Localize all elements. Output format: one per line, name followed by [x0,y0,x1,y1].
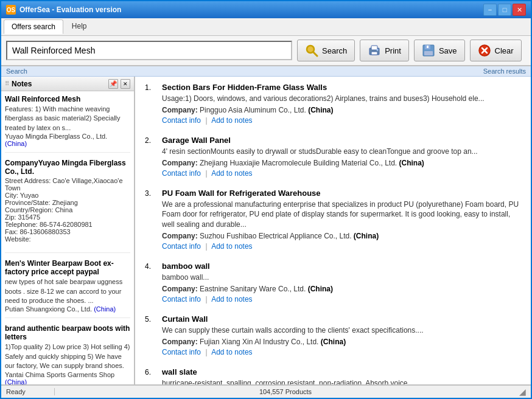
result-title[interactable]: Curtain Wall [162,314,521,324]
result-title[interactable]: bamboo wall [162,262,521,271]
resize-grip-icon: ◢ [516,387,526,397]
tab-offers-search[interactable]: Offers search [4,19,63,34]
save-button[interactable]: Save [414,40,465,61]
contact-info-link[interactable]: Contact info [162,295,201,304]
save-button-label: Save [439,46,457,55]
notes-close-button[interactable]: ✕ [121,79,130,89]
svg-rect-3 [371,46,377,50]
contact-info-link[interactable]: Contact info [162,242,201,251]
note-company: Yantai Chima Sports Garments Shop (China… [5,371,130,384]
result-links: Contact info | Add to notes [162,116,521,125]
note-company: Putian Shuangxiong Co., Ltd. (China) [5,305,130,313]
add-to-notes-link[interactable]: Add to notes [211,169,252,178]
search-input[interactable] [6,41,292,60]
results-panel: 1. Section Bars For Hidden-Frame Glass W… [135,77,531,384]
result-title[interactable]: PU Foam Wall for Refrigerated Warehouse [162,189,521,198]
contact-info-link[interactable]: Contact info [162,116,201,125]
notes-header: ⠿ Notes 📌 ✕ [1,77,134,91]
result-body: Curtain Wall We can supply these curtain… [162,314,521,356]
save-icon [422,44,435,57]
status-count: 104,557 Products [55,388,516,395]
status-bar: Ready 104,557 Products ◢ [1,384,531,398]
result-body: bamboo wall bamboo wall... Company: East… [162,262,521,304]
notes-panel: ⠿ Notes 📌 ✕ Wall Reinforced Mesh Feature… [1,77,135,384]
note-body: Features: 1) With machine weaving fiberg… [5,105,130,133]
result-number: 3. [145,189,162,198]
clear-button-label: Clear [495,46,514,55]
note-body: new types of hot sale bearpaw uggness bo… [5,277,130,305]
status-ready: Ready [6,388,55,395]
result-company: Company: Fujian Xiang Xin Al Industry Co… [162,338,521,346]
svg-line-1 [313,52,318,57]
table-row: 4. bamboo wall bamboo wall... Company: E… [145,262,521,304]
notes-pin-button[interactable]: 📌 [108,79,118,89]
subtoolbar-results[interactable]: Search results [266,68,526,75]
result-title[interactable]: Garage Wall Panel [162,136,521,145]
result-company: Company: Zhejiang Huaxiajie Macromolecul… [162,159,521,167]
close-button[interactable]: ✕ [513,4,526,16]
table-row: 2. Garage Wall Panel 4' resin sectionMou… [145,136,521,178]
svg-point-5 [377,49,379,51]
list-item: brand authentic bearpaw boots with lette… [5,324,130,384]
result-desc: We can supply these curtain walls accord… [162,325,521,336]
list-item: Men's Winter Bearpaw Boot ex-factory pri… [5,259,130,318]
svg-rect-4 [371,52,377,55]
subtoolbar: Search Search results [1,66,531,77]
menu-bar: Offers search Help [1,18,531,36]
list-item: Wall Reinforced Mesh Features: 1) With m… [5,95,130,153]
result-body: Garage Wall Panel 4' resin sectionMounts… [162,136,521,178]
print-button-label: Print [385,46,401,55]
add-to-notes-link[interactable]: Add to notes [211,116,252,125]
result-number: 5. [145,314,162,324]
result-body: PU Foam Wall for Refrigerated Warehouse … [162,189,521,251]
tab-help[interactable]: Help [65,19,94,34]
maximize-button[interactable]: □ [498,4,511,16]
result-desc: We are a professional manufacturing ente… [162,200,521,230]
table-row: 3. PU Foam Wall for Refrigerated Warehou… [145,189,521,251]
result-desc: 4' resin sectionMounts easily to drywall… [162,147,521,157]
add-to-notes-link[interactable]: Add to notes [211,348,252,356]
contact-info-link[interactable]: Contact info [162,169,201,178]
note-title[interactable]: brand authentic bearpaw boots with lette… [5,324,130,341]
result-company: Company: Pingguo Asia Aluminum Co., Ltd.… [162,106,521,114]
result-desc: bamboo wall... [162,272,521,283]
clear-button[interactable]: Clear [470,40,522,61]
minimize-button[interactable]: − [483,4,497,16]
note-title[interactable]: Wall Reinforced Mesh [5,95,130,103]
result-links: Contact info | Add to notes [162,295,521,304]
result-desc: hurricane-resistant, spalling, corrosion… [162,378,521,384]
result-number: 6. [145,367,162,376]
notes-grip-icon: ⠿ [5,80,9,87]
result-number: 1. [145,83,162,92]
notes-content: Wall Reinforced Mesh Features: 1) With m… [1,91,134,384]
search-icon [305,44,318,57]
result-title[interactable]: wall slate [162,367,521,376]
result-number: 4. [145,262,162,271]
notes-title: Notes [12,80,106,88]
window-title: OfferSea - Evaluation version [19,5,480,14]
add-to-notes-link[interactable]: Add to notes [211,295,252,304]
note-detail: Street Address: Cao'e Village,Xiaocao'e … [5,177,130,243]
subtoolbar-search[interactable]: Search [6,68,266,75]
print-button[interactable]: Print [360,40,409,61]
contact-info-link[interactable]: Contact info [162,348,201,356]
result-title[interactable]: Section Bars For Hidden-Frame Glass Wall… [162,83,521,92]
clear-icon [478,44,491,57]
result-number: 2. [145,136,162,145]
table-row: 5. Curtain Wall We can supply these curt… [145,314,521,356]
note-body: 1)Top quality 2) Low price 3) Hot sellin… [5,342,130,370]
search-button[interactable]: Search [297,40,355,61]
table-row: 6. wall slate hurricane-resistant, spall… [145,367,521,384]
result-body: wall slate hurricane-resistant, spalling… [162,367,521,384]
note-title[interactable]: CompanyYuyao Mingda Fiberglass Co., Ltd. [5,159,130,176]
note-company: Yuyao Mingda Fiberglass Co., Ltd. (China… [5,133,130,147]
app-window: OS OfferSea - Evaluation version − □ ✕ O… [0,0,532,399]
svg-rect-8 [427,46,429,48]
main-area: ⠿ Notes 📌 ✕ Wall Reinforced Mesh Feature… [1,77,531,384]
note-title[interactable]: Men's Winter Bearpaw Boot ex-factory pri… [5,259,130,276]
result-body: Section Bars For Hidden-Frame Glass Wall… [162,83,521,125]
window-controls: − □ ✕ [483,4,526,16]
add-to-notes-link[interactable]: Add to notes [211,242,252,251]
table-row: 1. Section Bars For Hidden-Frame Glass W… [145,83,521,125]
title-bar: OS OfferSea - Evaluation version − □ ✕ [1,1,531,18]
